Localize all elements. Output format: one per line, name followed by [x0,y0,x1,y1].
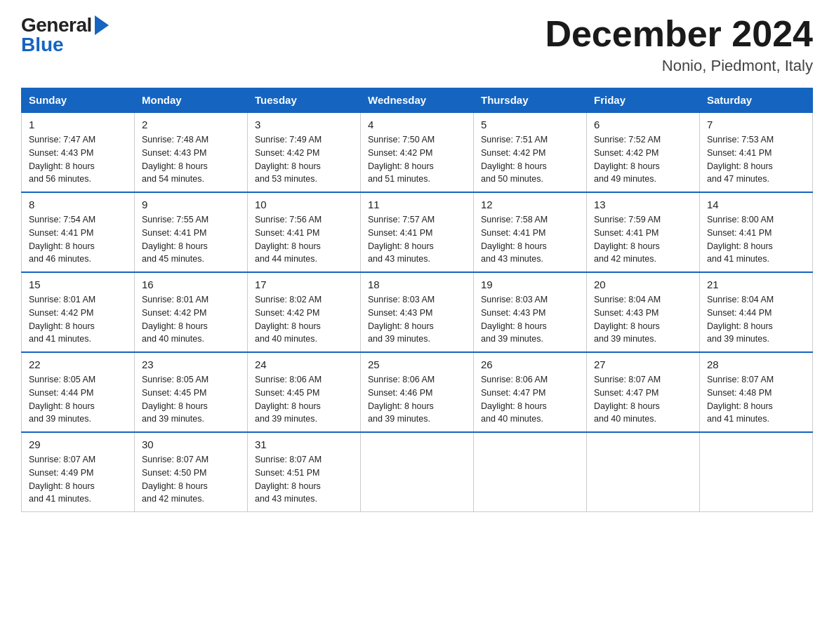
day-number: 1 [29,119,127,130]
day-number: 19 [481,279,579,290]
calendar-cell: 3Sunrise: 7:49 AMSunset: 4:42 PMDaylight… [248,112,361,192]
day-number: 20 [594,279,692,290]
calendar-cell: 30Sunrise: 8:07 AMSunset: 4:50 PMDayligh… [135,432,248,512]
day-info: Sunrise: 8:07 AMSunset: 4:47 PMDaylight:… [594,373,692,426]
day-info: Sunrise: 8:05 AMSunset: 4:45 PMDaylight:… [142,373,240,426]
day-info: Sunrise: 8:06 AMSunset: 4:47 PMDaylight:… [481,373,579,426]
calendar-body: 1Sunrise: 7:47 AMSunset: 4:43 PMDaylight… [22,112,813,512]
day-info: Sunrise: 8:06 AMSunset: 4:46 PMDaylight:… [368,373,466,426]
calendar-cell: 8Sunrise: 7:54 AMSunset: 4:41 PMDaylight… [22,192,135,272]
day-number: 12 [481,199,579,210]
logo-blue-text: Blue [21,34,64,56]
day-info: Sunrise: 8:07 AMSunset: 4:50 PMDaylight:… [142,453,240,506]
calendar-cell: 23Sunrise: 8:05 AMSunset: 4:45 PMDayligh… [135,352,248,432]
day-info: Sunrise: 8:04 AMSunset: 4:43 PMDaylight:… [594,293,692,346]
day-info: Sunrise: 7:56 AMSunset: 4:41 PMDaylight:… [255,213,353,266]
location-title: Nonio, Piedmont, Italy [545,57,813,75]
day-number: 30 [142,438,240,450]
day-info: Sunrise: 7:54 AMSunset: 4:41 PMDaylight:… [29,213,127,266]
calendar-cell: 5Sunrise: 7:51 AMSunset: 4:42 PMDaylight… [474,112,587,192]
calendar-cell: 29Sunrise: 8:07 AMSunset: 4:49 PMDayligh… [22,432,135,512]
title-block: December 2024 Nonio, Piedmont, Italy [545,14,813,75]
day-info: Sunrise: 8:00 AMSunset: 4:41 PMDaylight:… [707,213,805,266]
calendar-week-5: 29Sunrise: 8:07 AMSunset: 4:49 PMDayligh… [22,432,813,512]
day-number: 28 [707,358,805,370]
day-number: 21 [707,279,805,290]
day-info: Sunrise: 7:55 AMSunset: 4:41 PMDaylight:… [142,213,240,266]
day-info: Sunrise: 7:58 AMSunset: 4:41 PMDaylight:… [481,213,579,266]
calendar-cell: 20Sunrise: 8:04 AMSunset: 4:43 PMDayligh… [587,272,700,352]
day-info: Sunrise: 8:05 AMSunset: 4:44 PMDaylight:… [29,373,127,426]
calendar-cell: 1Sunrise: 7:47 AMSunset: 4:43 PMDaylight… [22,112,135,192]
calendar-header: SundayMondayTuesdayWednesdayThursdayFrid… [22,88,813,113]
calendar-week-2: 8Sunrise: 7:54 AMSunset: 4:41 PMDaylight… [22,192,813,272]
day-info: Sunrise: 8:01 AMSunset: 4:42 PMDaylight:… [29,293,127,346]
calendar-cell: 21Sunrise: 8:04 AMSunset: 4:44 PMDayligh… [700,272,813,352]
calendar-cell [700,432,813,512]
calendar-week-1: 1Sunrise: 7:47 AMSunset: 4:43 PMDaylight… [22,112,813,192]
calendar-cell [587,432,700,512]
day-info: Sunrise: 8:04 AMSunset: 4:44 PMDaylight:… [707,293,805,346]
calendar-cell: 11Sunrise: 7:57 AMSunset: 4:41 PMDayligh… [361,192,474,272]
calendar-cell: 10Sunrise: 7:56 AMSunset: 4:41 PMDayligh… [248,192,361,272]
day-number: 9 [142,199,240,210]
calendar-cell [474,432,587,512]
day-number: 7 [707,119,805,130]
logo-arrow-icon [95,15,109,35]
calendar-week-4: 22Sunrise: 8:05 AMSunset: 4:44 PMDayligh… [22,352,813,432]
col-header-tuesday: Tuesday [248,88,361,113]
day-info: Sunrise: 8:07 AMSunset: 4:48 PMDaylight:… [707,373,805,426]
col-header-friday: Friday [587,88,700,113]
day-number: 11 [368,199,466,210]
day-info: Sunrise: 8:02 AMSunset: 4:42 PMDaylight:… [255,293,353,346]
day-info: Sunrise: 7:47 AMSunset: 4:43 PMDaylight:… [29,133,127,186]
calendar-cell: 19Sunrise: 8:03 AMSunset: 4:43 PMDayligh… [474,272,587,352]
col-header-sunday: Sunday [22,88,135,113]
col-header-monday: Monday [135,88,248,113]
day-number: 23 [142,358,240,370]
day-info: Sunrise: 7:57 AMSunset: 4:41 PMDaylight:… [368,213,466,266]
calendar-cell: 18Sunrise: 8:03 AMSunset: 4:43 PMDayligh… [361,272,474,352]
calendar-table: SundayMondayTuesdayWednesdayThursdayFrid… [21,88,813,512]
calendar-cell: 14Sunrise: 8:00 AMSunset: 4:41 PMDayligh… [700,192,813,272]
day-number: 4 [368,119,466,130]
calendar-cell: 16Sunrise: 8:01 AMSunset: 4:42 PMDayligh… [135,272,248,352]
calendar-cell: 2Sunrise: 7:48 AMSunset: 4:43 PMDaylight… [135,112,248,192]
day-number: 6 [594,119,692,130]
day-number: 5 [481,119,579,130]
col-header-wednesday: Wednesday [361,88,474,113]
col-header-thursday: Thursday [474,88,587,113]
day-number: 3 [255,119,353,130]
day-number: 13 [594,199,692,210]
calendar-cell: 12Sunrise: 7:58 AMSunset: 4:41 PMDayligh… [474,192,587,272]
calendar-cell: 27Sunrise: 8:07 AMSunset: 4:47 PMDayligh… [587,352,700,432]
day-number: 17 [255,279,353,290]
day-info: Sunrise: 8:07 AMSunset: 4:49 PMDaylight:… [29,453,127,506]
day-info: Sunrise: 8:06 AMSunset: 4:45 PMDaylight:… [255,373,353,426]
day-info: Sunrise: 8:07 AMSunset: 4:51 PMDaylight:… [255,453,353,506]
calendar-cell: 13Sunrise: 7:59 AMSunset: 4:41 PMDayligh… [587,192,700,272]
calendar-cell: 7Sunrise: 7:53 AMSunset: 4:41 PMDaylight… [700,112,813,192]
day-info: Sunrise: 8:03 AMSunset: 4:43 PMDaylight:… [481,293,579,346]
calendar-cell: 17Sunrise: 8:02 AMSunset: 4:42 PMDayligh… [248,272,361,352]
calendar-cell: 22Sunrise: 8:05 AMSunset: 4:44 PMDayligh… [22,352,135,432]
day-number: 14 [707,199,805,210]
day-number: 18 [368,279,466,290]
day-info: Sunrise: 7:48 AMSunset: 4:43 PMDaylight:… [142,133,240,186]
day-number: 26 [481,358,579,370]
month-title: December 2024 [545,14,813,54]
calendar-cell [361,432,474,512]
logo: General Blue [21,14,109,56]
day-info: Sunrise: 7:50 AMSunset: 4:42 PMDaylight:… [368,133,466,186]
day-info: Sunrise: 7:51 AMSunset: 4:42 PMDaylight:… [481,133,579,186]
calendar-cell: 4Sunrise: 7:50 AMSunset: 4:42 PMDaylight… [361,112,474,192]
day-info: Sunrise: 7:52 AMSunset: 4:42 PMDaylight:… [594,133,692,186]
day-number: 22 [29,358,127,370]
day-number: 29 [29,438,127,450]
calendar-cell: 24Sunrise: 8:06 AMSunset: 4:45 PMDayligh… [248,352,361,432]
col-header-saturday: Saturday [700,88,813,113]
day-number: 16 [142,279,240,290]
day-info: Sunrise: 8:03 AMSunset: 4:43 PMDaylight:… [368,293,466,346]
calendar-week-3: 15Sunrise: 8:01 AMSunset: 4:42 PMDayligh… [22,272,813,352]
day-info: Sunrise: 7:53 AMSunset: 4:41 PMDaylight:… [707,133,805,186]
